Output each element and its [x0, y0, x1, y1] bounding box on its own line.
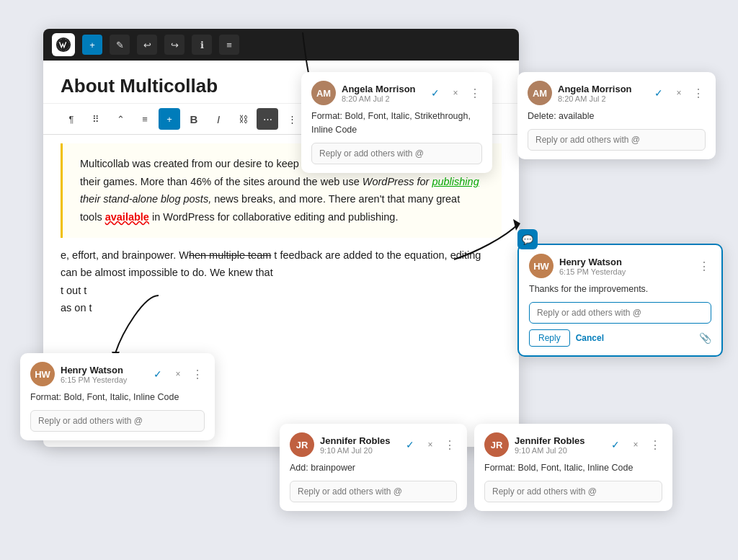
username: Angela Morrison: [558, 84, 645, 94]
info-button[interactable]: ℹ: [192, 35, 212, 55]
undo-button[interactable]: ↩: [137, 35, 157, 55]
card-header: JR Jennifer Robles 9:10 AM Jul 20 ✓ × ⋮: [290, 432, 457, 457]
comment-text: Thanks for the improvements.: [529, 283, 711, 296]
reply-button[interactable]: Reply: [529, 329, 570, 347]
avatar-henry-active: HW: [529, 254, 554, 278]
reply-input-henry-left[interactable]: [30, 410, 205, 432]
card-header: AM Angela Morrison 8:20 AM Jul 2 ✓ × ⋮: [528, 81, 706, 105]
more-tool[interactable]: ⋯: [257, 108, 278, 130]
resolve-icon[interactable]: ✓: [150, 366, 166, 382]
add-tool[interactable]: +: [159, 108, 180, 130]
bold-tool[interactable]: B: [183, 108, 205, 130]
available-highlight: available: [105, 211, 149, 223]
user-info: Henry Watson 6:15 PM Yesterday: [61, 365, 144, 384]
close-icon[interactable]: ×: [170, 366, 186, 382]
italic-tool[interactable]: I: [208, 108, 229, 130]
paragraph-tool[interactable]: ¶: [61, 108, 82, 130]
reply-input-jennifer-right[interactable]: [484, 481, 662, 502]
jennifer-bottom-comment-card: JR Jennifer Robles 9:10 AM Jul 20 ✓ × ⋮ …: [280, 424, 467, 511]
card-actions: ✓ × ⋮: [150, 366, 205, 382]
menu-button[interactable]: ≡: [219, 35, 239, 55]
username: Angela Morrison: [342, 84, 422, 94]
card-actions: ⋮: [697, 259, 711, 273]
redo-button[interactable]: ↪: [164, 35, 184, 55]
username: Henry Watson: [61, 365, 144, 375]
timestamp: 8:20 AM Jul 2: [342, 94, 422, 103]
menu-icon[interactable]: ⋮: [443, 438, 457, 452]
edit-button[interactable]: ✎: [110, 35, 130, 55]
comment-text: Add: brainpower: [290, 461, 457, 475]
timestamp: 9:10 AM Jul 20: [515, 446, 602, 455]
card-header: HW Henry Watson 6:15 PM Yesterday ⋮: [529, 254, 711, 278]
card-header: HW Henry Watson 6:15 PM Yesterday ✓ × ⋮: [30, 362, 205, 386]
chat-bubble-indicator: 💬: [517, 229, 538, 249]
reply-input-henry-active[interactable]: [529, 302, 711, 324]
avatar-angela-right: AM: [528, 81, 552, 105]
resolve-icon[interactable]: ✓: [651, 85, 667, 101]
wordpress-logo: [52, 33, 75, 56]
timestamp: 8:20 AM Jul 2: [558, 94, 645, 103]
timestamp: 6:15 PM Yesterday: [559, 267, 691, 276]
menu-icon[interactable]: ⋮: [468, 86, 482, 100]
username: Jennifer Robles: [515, 435, 602, 446]
avatar-henry-left: HW: [30, 362, 55, 386]
card-actions: ✓ × ⋮: [651, 85, 706, 101]
card-actions: ✓ × ⋮: [427, 85, 482, 101]
publishing-highlight: publishing: [432, 176, 479, 187]
user-info: Jennifer Robles 9:10 AM Jul 20: [320, 435, 396, 455]
username: Jennifer Robles: [320, 435, 396, 446]
menu-icon[interactable]: ⋮: [648, 438, 662, 452]
reply-action-buttons: Reply Cancel 📎: [529, 329, 711, 347]
align-tool[interactable]: ≡: [134, 108, 156, 130]
grid-tool[interactable]: ⠿: [85, 108, 107, 130]
user-info: Jennifer Robles 9:10 AM Jul 20: [515, 435, 602, 455]
paragraph-2: e, effort, and brainpower. When multiple…: [43, 246, 519, 318]
comment-text: Format: Bold, Font, Italic, Strikethroug…: [311, 110, 482, 137]
timestamp: 6:15 PM Yesterday: [61, 375, 144, 384]
avatar-angela-top: AM: [311, 81, 336, 105]
attach-icon[interactable]: 📎: [699, 332, 711, 344]
reply-input-jennifer-bottom[interactable]: [290, 481, 457, 502]
menu-icon[interactable]: ⋮: [697, 259, 711, 273]
cancel-button[interactable]: Cancel: [576, 333, 604, 343]
close-icon[interactable]: ×: [422, 437, 438, 453]
arrows-tool[interactable]: ⌃: [110, 108, 131, 130]
timestamp: 9:10 AM Jul 20: [320, 446, 396, 455]
resolve-icon[interactable]: ✓: [608, 437, 623, 453]
close-icon[interactable]: ×: [628, 437, 644, 453]
close-icon[interactable]: ×: [671, 85, 687, 101]
resolve-icon[interactable]: ✓: [427, 85, 443, 101]
brainpower-highlight: brainpower: [122, 249, 173, 261]
reply-input-angela-top[interactable]: [311, 143, 482, 164]
angela-right-comment-card: AM Angela Morrison 8:20 AM Jul 2 ✓ × ⋮ D…: [517, 72, 716, 159]
reply-input-angela-right[interactable]: [528, 129, 706, 151]
henry-active-comment-card: HW Henry Watson 6:15 PM Yesterday ⋮ Than…: [517, 244, 723, 357]
user-info: Angela Morrison 8:20 AM Jul 2: [558, 84, 645, 103]
close-icon[interactable]: ×: [448, 85, 463, 101]
henry-left-comment-card: HW Henry Watson 6:15 PM Yesterday ✓ × ⋮ …: [20, 353, 215, 440]
card-actions: ✓ × ⋮: [608, 437, 662, 453]
add-block-button[interactable]: +: [82, 35, 102, 55]
link-tool[interactable]: ⛓: [232, 108, 254, 130]
card-actions: ✓ × ⋮: [402, 437, 457, 453]
user-info: Henry Watson 6:15 PM Yesterday: [559, 257, 691, 276]
avatar-jennifer-bottom: JR: [290, 432, 314, 457]
card-header: JR Jennifer Robles 9:10 AM Jul 20 ✓ × ⋮: [484, 432, 662, 457]
card-header: AM Angela Morrison 8:20 AM Jul 2 ✓ × ⋮: [311, 81, 482, 105]
avatar-jennifer-right: JR: [484, 432, 509, 457]
comment-text: Format: Bold, Font, Italic, Inline Code: [30, 391, 205, 404]
menu-icon[interactable]: ⋮: [691, 86, 706, 100]
comment-text: Format: Bold, Font, Italic, Inline Code: [484, 461, 662, 475]
editor-topbar: + ✎ ↩ ↪ ℹ ≡: [43, 29, 519, 61]
user-info: Angela Morrison 8:20 AM Jul 2: [342, 84, 422, 103]
jennifer-right-comment-card: JR Jennifer Robles 9:10 AM Jul 20 ✓ × ⋮ …: [474, 424, 672, 511]
comment-text: Delete: available: [528, 110, 706, 123]
angela-top-comment-card: AM Angela Morrison 8:20 AM Jul 2 ✓ × ⋮ F…: [301, 72, 492, 173]
extra-tool[interactable]: ⋮: [281, 108, 303, 130]
resolve-icon[interactable]: ✓: [402, 437, 418, 453]
username: Henry Watson: [559, 257, 691, 267]
menu-icon[interactable]: ⋮: [190, 368, 205, 381]
